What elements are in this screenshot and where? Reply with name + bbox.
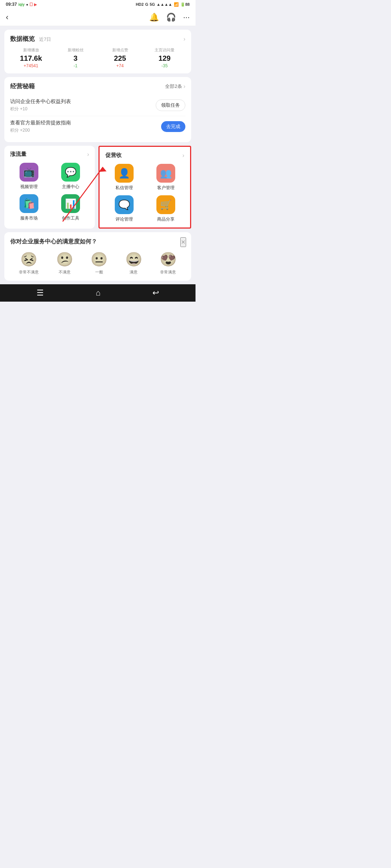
bottom-nav: ☰ ⌂ ↩ [0, 284, 196, 302]
overview-more-arrow[interactable]: › [184, 36, 185, 42]
satisfaction-very-good[interactable]: 😍 非常满意 [160, 251, 177, 275]
back-nav-icon[interactable]: ↩ [152, 288, 159, 298]
back-button[interactable]: ‹ [6, 13, 8, 22]
secrets-header: 经营秘籍 全部2条 › [10, 82, 185, 90]
satisfaction-neutral[interactable]: 😐 一般 [91, 251, 108, 275]
secret-item-1: 查看官方最新经营提效指南 积分 +200 去完成 [10, 116, 185, 137]
video-management[interactable]: 📺 视频管理 [10, 163, 47, 190]
service-market[interactable]: 🛍️ 服务市场 [10, 194, 47, 221]
stat-likes: 新增点赞 225 +74 [99, 47, 141, 68]
secrets-all-link[interactable]: 全部2条 › [165, 83, 185, 90]
grow-traffic-section: 涨流量 › 📺 视频管理 💬 主播中心 [4, 146, 95, 229]
creation-tools[interactable]: 📊 创作工具 [52, 194, 89, 221]
secret-item-0: 访问企业任务中心权益列表 积分 +10 领取任务 [10, 95, 185, 116]
promote-revenue-section: 促营收 › 👤 私信管理 👥 客户管理 [98, 146, 191, 229]
nav-right-icons: 🔔 🎧 ··· [149, 13, 190, 22]
revenue-icons: 👤 私信管理 👥 客户管理 🗨️ 评论管理 [105, 164, 184, 222]
bell-icon[interactable]: 🔔 [149, 13, 159, 22]
satisfaction-card: × 你对企业服务中心的满意度如何？ 😣 非常不满意 😕 不满意 😐 一般 😄 满… [4, 232, 191, 281]
traffic-icons: 📺 视频管理 💬 主播中心 🛍️ 服务市场 [10, 163, 89, 221]
stat-fans: 新增粉丝 3 -1 [55, 47, 96, 68]
traffic-header: 涨流量 › [10, 151, 89, 158]
business-secrets-card: 经营秘籍 全部2条 › 访问企业任务中心权益列表 积分 +10 领取任务 查看官… [4, 77, 191, 142]
stats-grid: 新增播放 117.6k +74541 新增粉丝 3 -1 新增点赞 225 +7… [10, 47, 185, 68]
comment-management[interactable]: 🗨️ 评论管理 [105, 195, 143, 222]
satisfaction-very-bad[interactable]: 😣 非常不满意 [19, 251, 39, 275]
data-overview-card: 数据概览 近7日 › 新增播放 117.6k +74541 新增粉丝 3 -1 … [4, 30, 191, 73]
close-satisfaction-button[interactable]: × [180, 237, 186, 247]
status-icons: HD2 G 5G ▲▲▲▲ 📶 🔋88 [136, 2, 190, 7]
customer-management[interactable]: 👥 客户管理 [147, 164, 184, 191]
product-share[interactable]: 🛒 商品分享 [147, 195, 184, 222]
more-icon[interactable]: ··· [183, 13, 190, 22]
status-bar: 09:37 iqiy ● 🀆 ▶ HD2 G 5G ▲▲▲▲ 📶 🔋88 [0, 0, 196, 9]
anchor-center[interactable]: 💬 主播中心 [52, 163, 89, 190]
functions-wrapper: 涨流量 › 📺 视频管理 💬 主播中心 [4, 146, 191, 229]
satisfaction-good[interactable]: 😄 满意 [125, 251, 142, 275]
revenue-header: 促营收 › [105, 152, 184, 159]
status-time: 09:37 iqiy ● 🀆 ▶ [6, 2, 37, 7]
complete-task-button[interactable]: 去完成 [161, 121, 185, 132]
satisfaction-bad[interactable]: 😕 不满意 [56, 251, 73, 275]
headset-icon[interactable]: 🎧 [166, 13, 176, 22]
claim-task-button[interactable]: 领取任务 [156, 99, 185, 111]
emoji-options-row: 😣 非常不满意 😕 不满意 😐 一般 😄 满意 😍 非常满意 [10, 251, 185, 275]
overview-title-group: 数据概览 近7日 [10, 35, 51, 43]
home-icon[interactable]: ⌂ [96, 288, 100, 298]
dm-management[interactable]: 👤 私信管理 [105, 164, 143, 191]
stat-plays: 新增播放 117.6k +74541 [10, 47, 52, 68]
menu-icon[interactable]: ☰ [37, 288, 44, 298]
overview-header: 数据概览 近7日 › [10, 35, 185, 43]
stat-visits: 主页访问量 129 -35 [144, 47, 185, 68]
functions-row: 涨流量 › 📺 视频管理 💬 主播中心 [4, 146, 191, 229]
nav-bar: ‹ 🔔 🎧 ··· [0, 9, 196, 26]
